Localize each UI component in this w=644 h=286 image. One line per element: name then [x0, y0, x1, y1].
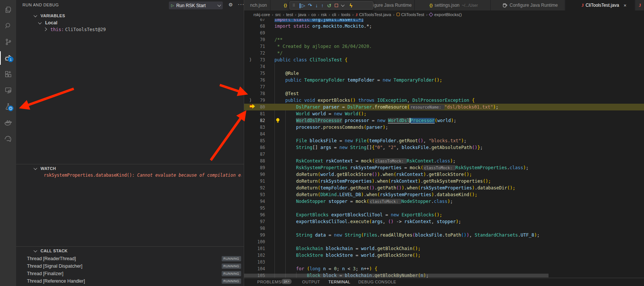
code-line[interactable]: )73public class CliToolsTest { — [244, 57, 644, 63]
tab-settings-json[interactable]: {} settings.json ~/.../User — [415, 0, 490, 10]
drag-grip-icon[interactable]: ⠿ — [292, 4, 295, 7]
code-line[interactable]: 77 — [244, 83, 644, 90]
breadcrumb-separator: › — [393, 12, 395, 17]
code-line[interactable]: 91 doReturn(rskSystemProperties).when(rs… — [244, 178, 644, 185]
code-line[interactable]: 80 DslParser parser = DslParser.fromReso… — [244, 104, 644, 110]
tab-problems[interactable]: PROBLEMS — [257, 280, 281, 284]
watch-expression[interactable]: rskSystemProperties.databaseKind(): Cann… — [44, 173, 242, 178]
code-line[interactable]: 93 doReturn(DbKind.LEVEL_DB).when(rskSys… — [244, 191, 644, 198]
gear-icon[interactable]: ⚙ — [228, 2, 233, 7]
code-line[interactable]: 84 — [244, 131, 644, 137]
hot-code-replace-icon[interactable]: ϟ — [350, 3, 352, 9]
call-stack-thread[interactable]: Thread [Signal Dispatcher]RUNNING — [16, 263, 244, 270]
tab-debug-console[interactable]: DEBUG CONSOLE — [358, 280, 396, 284]
run-configuration-dropdown[interactable]: ▷ Run RSK Start — [169, 1, 223, 9]
search-icon[interactable] — [0, 18, 16, 33]
stop-icon[interactable] — [335, 4, 338, 7]
variable-this[interactable]: this: CliToolsTest@29 — [44, 27, 106, 32]
extensions-icon[interactable] — [0, 67, 16, 82]
code-line[interactable]: 94 NodeStopper stopper = mock(classToMoc… — [244, 198, 644, 205]
code-line[interactable]: 67import static org.junit.Assert.*; — [244, 19, 644, 23]
breadcrumb-item[interactable]: CliToolsTest — [397, 12, 424, 17]
code-line[interactable]: 88 RskContext rskContext = mock(classToM… — [244, 158, 644, 164]
code-line[interactable]: )79 public void exportBlocks() throws IO… — [244, 97, 644, 104]
code-line[interactable]: 97 exportBlocksCliTool.execute(args, () … — [244, 218, 644, 225]
testing-icon[interactable] — [0, 99, 16, 114]
breakpoint-current-line-icon[interactable] — [249, 104, 256, 109]
explorer-icon[interactable] — [0, 2, 16, 17]
code-line[interactable]: 100 — [244, 238, 644, 245]
watch-section-header[interactable]: WATCH — [34, 166, 56, 171]
tab-clitoolstest-java[interactable]: J CliToolsTest.java × — [565, 0, 635, 10]
call-stack-thread[interactable]: Thread [ReaderThread]RUNNING — [16, 255, 244, 263]
breadcrumb-item[interactable]: exportBlocks() — [429, 12, 462, 17]
code-line[interactable]: 82 WorldDslProcessor processor = new Wor… — [244, 117, 644, 124]
code-line[interactable]: 78 @Test — [244, 90, 644, 97]
code-line[interactable]: 74 — [244, 63, 644, 70]
breadcrumb-item[interactable]: cli — [332, 12, 336, 17]
code-line[interactable]: 98 — [244, 225, 644, 232]
step-out-icon[interactable]: ↑ — [321, 3, 324, 8]
code-line[interactable]: 72 */ — [244, 50, 644, 57]
stop-dropdown-chevron-icon[interactable] — [341, 3, 344, 7]
code-line[interactable]: 76 public TemporaryFolder tempFolder = n… — [244, 77, 644, 83]
fold-marker-icon[interactable]: ) — [249, 57, 252, 63]
code-line[interactable]: 69 — [244, 30, 644, 36]
code-line[interactable]: 75 @Rule — [244, 70, 644, 77]
line-number: 69 — [255, 30, 265, 36]
tab-launch-json[interactable]: nch.json — [244, 0, 270, 10]
close-icon[interactable]: × — [623, 3, 626, 8]
breadcrumb-item[interactable]: rsk — [321, 12, 326, 17]
restart-icon[interactable]: ↺ — [327, 3, 331, 8]
code-line[interactable]: 101 Blockchain blockchain = world.getBlo… — [244, 245, 644, 252]
continue-icon[interactable]: ❙▷ — [298, 3, 304, 8]
breadcrumb-item[interactable]: co — [311, 12, 316, 17]
code-line[interactable]: 90 doReturn(world.getBlockStore()).when(… — [244, 171, 644, 178]
breadcrumb-item[interactable]: rskj-core — [253, 12, 270, 17]
step-over-icon[interactable]: ↷ — [308, 3, 312, 8]
breadcrumb-item[interactable]: test — [286, 12, 293, 17]
variables-section-header[interactable]: VARIABLES — [34, 13, 65, 18]
breadcrumb-item[interactable]: JCliToolsTest.java — [356, 12, 391, 17]
tab-partial-java[interactable]: J — [635, 0, 644, 10]
gradle-elephant-icon[interactable] — [0, 131, 16, 146]
fold-marker-icon[interactable]: ) — [249, 97, 252, 103]
code-line[interactable]: 71 * Created by ajlopez on 26/04/2020. — [244, 43, 644, 50]
tab-configure-java-runtime[interactable]: Configure Java Runtime — [491, 0, 565, 10]
code-line[interactable]: 83 processor.processCommands(parser); — [244, 124, 644, 131]
more-actions-icon[interactable]: ··· — [238, 1, 244, 7]
breadcrumb-item[interactable]: src — [275, 12, 281, 17]
code-line[interactable]: 102 BlockStore blockStore = world.getBlo… — [244, 252, 644, 259]
code-line[interactable]: 96 ExportBlocks exportBlocksCliTool = ne… — [244, 212, 644, 218]
code-line[interactable]: 92 doReturn(tempFolder.getRoot().getPath… — [244, 185, 644, 191]
docker-icon[interactable] — [0, 115, 16, 130]
call-stack-thread[interactable]: Thread [Reference Handler]RUNNING — [16, 278, 244, 285]
code-line[interactable]: 95 — [244, 205, 644, 212]
tab-output[interactable]: OUTPUT — [302, 280, 320, 284]
call-stack-section-header[interactable]: CALL STACK — [34, 249, 68, 253]
code-editor[interactable]: 67import static org.junit.Assert.*;68imp… — [244, 19, 644, 278]
tab-terminal[interactable]: TERMINAL — [328, 280, 350, 284]
code-line[interactable]: 99 String data = new String(Files.readAl… — [244, 232, 644, 238]
run-and-debug-icon[interactable]: 1 — [0, 51, 16, 66]
code-line[interactable]: 103 — [244, 259, 644, 265]
breadcrumb-item[interactable]: java — [298, 12, 306, 17]
line-number: 100 — [255, 238, 265, 245]
code-line[interactable]: 70/** — [244, 36, 644, 43]
step-into-icon[interactable]: ↓ — [315, 3, 318, 8]
code-line[interactable]: 104 for (long n = 0; n < 3; n++) { — [244, 265, 644, 272]
code-line[interactable]: 86 String[] args = new String[]{"0", "2"… — [244, 144, 644, 151]
code-line[interactable]: 68import static org.mockito.Mockito.*; — [244, 23, 644, 30]
code-line[interactable]: 89 RskSystemProperties rskSystemProperti… — [244, 164, 644, 171]
lightbulb-icon[interactable] — [276, 118, 280, 123]
horizontal-scrollbar[interactable] — [244, 274, 549, 277]
call-stack-thread[interactable]: Thread [Finalizer]RUNNING — [16, 270, 244, 278]
variables-scope-local[interactable]: Local — [39, 20, 57, 25]
remote-explorer-icon[interactable] — [0, 83, 16, 98]
source-control-icon[interactable] — [0, 34, 16, 49]
line-number: 87 — [255, 151, 265, 158]
code-line[interactable]: 87 — [244, 151, 644, 158]
code-line[interactable]: 85 File blocksFile = new File(tempFolder… — [244, 137, 644, 144]
code-line[interactable]: 81 World world = new World(); — [244, 110, 644, 117]
breadcrumb-item[interactable]: tools — [341, 12, 350, 17]
